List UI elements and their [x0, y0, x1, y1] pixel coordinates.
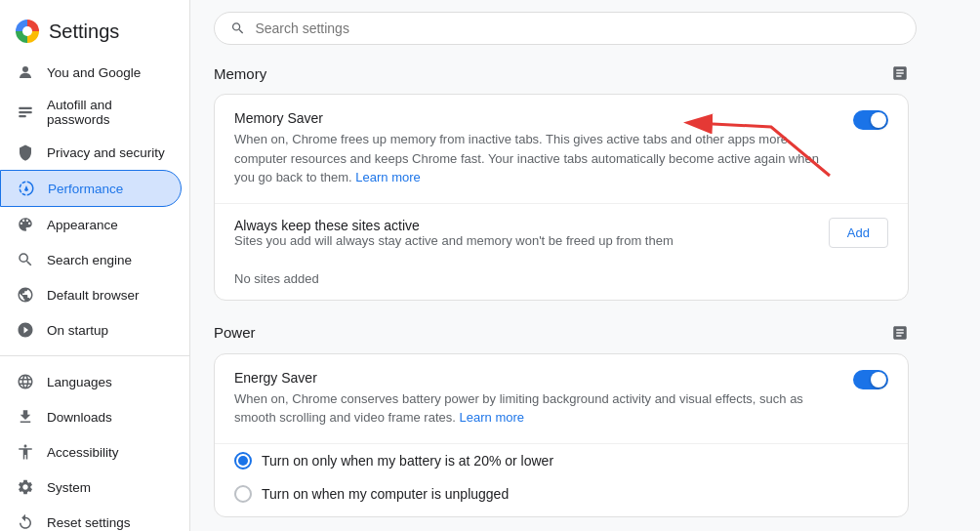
search-engine-icon — [16, 250, 35, 269]
sidebar-label-system: System — [47, 480, 91, 495]
sidebar-item-autofill[interactable]: Autofill and passwords — [0, 90, 182, 135]
search-input-wrap[interactable] — [214, 12, 917, 45]
sidebar-item-appearance[interactable]: Appearance — [0, 207, 182, 242]
svg-rect-1 — [19, 107, 32, 109]
sidebar-label-languages: Languages — [47, 375, 112, 389]
always-keep-sites-row: Always keep these sites active Sites you… — [215, 204, 908, 262]
system-icon — [16, 477, 35, 497]
radio-unplugged-circle — [234, 485, 252, 503]
always-keep-sites-title: Always keep these sites active — [234, 218, 674, 233]
privacy-icon — [16, 143, 35, 162]
power-section: Power Energy Saver When on, Chrome conse… — [214, 324, 909, 517]
energy-saver-toggle-track — [853, 370, 888, 389]
power-info-icon[interactable] — [891, 324, 909, 342]
app-title-row: Settings — [0, 8, 189, 55]
languages-icon — [16, 372, 35, 391]
search-bar — [190, 0, 980, 57]
svg-rect-2 — [19, 111, 32, 113]
sidebar-item-reset[interactable]: Reset settings — [0, 505, 182, 531]
add-sites-button[interactable]: Add — [829, 218, 888, 248]
memory-saver-toggle-thumb — [871, 112, 886, 128]
autofill-icon — [16, 102, 35, 122]
energy-saver-learn-more[interactable]: Learn more — [460, 410, 524, 425]
memory-saver-info: Memory Saver When on, Chrome frees up me… — [234, 110, 837, 187]
search-input[interactable] — [255, 20, 900, 36]
sidebar-item-you-google[interactable]: You and Google — [0, 55, 182, 90]
sidebar-label-on-startup: On startup — [47, 323, 108, 338]
radio-battery-label: Turn on only when my battery is at 20% o… — [262, 453, 553, 469]
sidebar-label-accessibility: Accessibility — [47, 445, 119, 460]
memory-saver-title: Memory Saver — [234, 110, 837, 126]
search-icon — [230, 20, 245, 36]
energy-saver-desc: When on, Chrome conserves battery power … — [234, 389, 837, 428]
memory-saver-toggle-track — [853, 110, 888, 130]
sidebar-label-reset: Reset settings — [47, 515, 131, 530]
sidebar-item-accessibility[interactable]: Accessibility — [0, 434, 182, 470]
sidebar-item-search-engine[interactable]: Search engine — [0, 242, 182, 277]
radio-unplugged-row[interactable]: Turn on when my computer is unplugged — [215, 477, 908, 516]
svg-point-0 — [22, 66, 28, 72]
radio-battery-circle — [234, 452, 252, 470]
always-keep-sites-info: Always keep these sites active Sites you… — [234, 218, 674, 248]
sidebar-item-system[interactable]: System — [0, 470, 182, 505]
sidebar-item-languages[interactable]: Languages — [0, 364, 182, 399]
sidebar-item-performance[interactable]: Performance — [0, 170, 182, 207]
energy-saver-toggle-thumb — [871, 372, 886, 388]
memory-saver-toggle[interactable] — [853, 110, 888, 130]
memory-section-header: Memory — [214, 64, 909, 82]
radio-battery-row[interactable]: Turn on only when my battery is at 20% o… — [215, 444, 908, 477]
power-section-title: Power — [214, 324, 256, 341]
memory-section: Memory Memory Saver When on, Chrome free… — [214, 64, 909, 301]
memory-info-icon[interactable] — [891, 64, 909, 82]
sidebar-label-default-browser: Default browser — [47, 288, 140, 303]
sidebar-label-privacy: Privacy and security — [47, 145, 165, 160]
downloads-icon — [16, 407, 35, 427]
accessibility-icon — [16, 442, 35, 462]
energy-saver-title: Energy Saver — [234, 370, 837, 386]
reset-icon — [16, 512, 35, 531]
sidebar-item-privacy[interactable]: Privacy and security — [0, 135, 182, 170]
sidebar-label-autofill: Autofill and passwords — [47, 98, 166, 127]
always-keep-sites-desc: Sites you add will always stay active an… — [234, 233, 674, 248]
settings-content: Memory Memory Saver When on, Chrome free… — [190, 57, 932, 531]
appearance-icon — [16, 215, 35, 234]
power-card: Energy Saver When on, Chrome conserves b… — [214, 353, 909, 517]
person-icon — [16, 62, 35, 82]
startup-icon — [16, 320, 35, 340]
sidebar-item-downloads[interactable]: Downloads — [0, 399, 182, 434]
svg-rect-3 — [19, 115, 26, 117]
energy-saver-row: Energy Saver When on, Chrome conserves b… — [215, 354, 908, 444]
sidebar-item-default-browser[interactable]: Default browser — [0, 277, 182, 312]
sidebar-label-search-engine: Search engine — [47, 253, 132, 267]
no-sites-text: No sites added — [215, 262, 908, 300]
memory-saver-desc: When on, Chrome frees up memory from ina… — [234, 130, 837, 187]
browser-icon — [16, 285, 35, 305]
energy-saver-toggle[interactable] — [853, 370, 888, 389]
memory-card: Memory Saver When on, Chrome frees up me… — [214, 94, 909, 301]
memory-saver-row: Memory Saver When on, Chrome frees up me… — [215, 95, 908, 204]
sidebar-label-downloads: Downloads — [47, 410, 112, 425]
performance-icon — [17, 179, 36, 198]
sidebar-label-performance: Performance — [48, 182, 123, 196]
app-title: Settings — [49, 20, 119, 43]
sidebar-label-appearance: Appearance — [47, 218, 118, 232]
memory-saver-learn-more[interactable]: Learn more — [355, 170, 420, 184]
chrome-logo-icon — [16, 20, 39, 43]
sidebar-item-on-startup[interactable]: On startup — [0, 312, 182, 347]
main-content: Memory Memory Saver When on, Chrome free… — [190, 0, 980, 531]
energy-saver-info: Energy Saver When on, Chrome conserves b… — [234, 370, 837, 428]
memory-section-title: Memory — [214, 65, 266, 82]
power-section-header: Power — [214, 324, 909, 342]
sidebar-divider-1 — [0, 355, 189, 356]
sidebar: Settings You and Google Autofill and pas… — [0, 0, 190, 531]
radio-unplugged-label: Turn on when my computer is unplugged — [262, 486, 509, 502]
sidebar-label-you-google: You and Google — [47, 65, 141, 80]
